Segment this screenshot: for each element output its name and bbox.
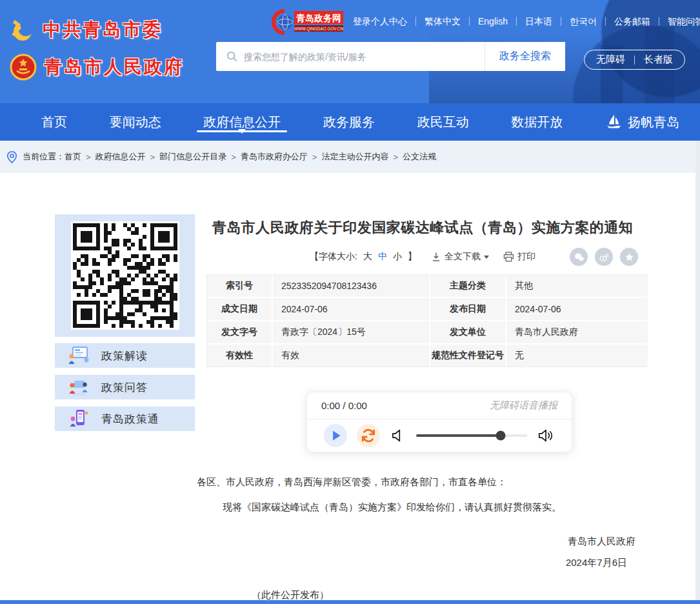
qr-code-panel: [55, 214, 195, 337]
search-button[interactable]: 政务全搜索: [485, 42, 565, 71]
meta-value-document-number: 青政字〔2024〕15号: [273, 321, 429, 343]
footer-strip: [0, 600, 700, 604]
document-title: 青岛市人民政府关于印发国家碳达峰试点（青岛）实施方案的通知: [197, 216, 648, 239]
print-button[interactable]: 打印: [503, 251, 535, 263]
breadcrumb-official-documents[interactable]: 公文法规: [403, 151, 436, 163]
replay-icon: [357, 424, 380, 447]
play-icon: [324, 424, 347, 447]
breadcrumb-statutory-disclosure[interactable]: 法定主动公开内容: [321, 151, 388, 163]
document-meta-table: 索引号 2523352094708123436 主题分类 其他 成文日期 202…: [206, 274, 647, 367]
mute-button[interactable]: [390, 427, 406, 444]
weibo-share-button[interactable]: [595, 248, 613, 266]
wechat-share-button[interactable]: [570, 248, 588, 266]
sidebar: 政策解读 政策问答: [55, 214, 195, 431]
link-smart-qa[interactable]: 智能问答: [659, 17, 700, 26]
audio-player: 0:00 / 0:00 无障碍语音播报: [306, 392, 572, 452]
org-title: 中共青岛市委: [43, 17, 163, 42]
player-accessibility-label: 无障碍语音播报: [490, 399, 557, 412]
article-toolbar: 【字体大小: 大 中 小 】 全文下载: [197, 247, 648, 267]
chevron-down-icon: [484, 256, 489, 261]
nav-home[interactable]: 首页: [37, 103, 71, 141]
link-korean[interactable]: 한국어: [561, 17, 606, 26]
meta-value-topic-category: 其他: [506, 275, 648, 297]
breadcrumb-gov-info[interactable]: 政府信息公开: [95, 151, 146, 163]
volume-button[interactable]: [537, 427, 555, 444]
breadcrumb-dept-catalog[interactable]: 部门信息公开目录: [159, 151, 226, 163]
speaker-muted-icon: [390, 427, 406, 444]
signature-date: 2024年7月6日: [197, 557, 648, 569]
sailboat-icon: [605, 114, 623, 130]
font-size-small[interactable]: 小: [393, 251, 402, 263]
breadcrumb-home[interactable]: 首页: [65, 151, 81, 163]
article: 青岛市人民政府关于印发国家碳达峰试点（青岛）实施方案的通知 【字体大小: 大 中…: [197, 216, 648, 601]
volume-slider[interactable]: [416, 430, 527, 441]
meta-label: 发文单位: [430, 321, 505, 343]
player-time: 0:00 / 0:00: [321, 400, 367, 411]
qingdao-policy-app-button[interactable]: 青岛政策通: [55, 407, 195, 431]
org-title: 青岛市人民政府: [44, 55, 184, 79]
speaker-volume-icon: [537, 427, 555, 444]
nav-government-info-disclosure[interactable]: 政府信息公开: [199, 103, 285, 141]
favorite-share-button[interactable]: [620, 248, 638, 266]
portal-logo-graphic: 青岛政务网 WWW.QINGDAO.GOV.CN: [271, 8, 343, 35]
policy-interpretation-button[interactable]: 政策解读: [55, 343, 195, 368]
play-button[interactable]: [324, 424, 347, 447]
search-input[interactable]: [244, 44, 485, 70]
nav-government-services[interactable]: 政务服务: [319, 103, 379, 141]
elder-version-button[interactable]: 长者版: [644, 54, 673, 66]
link-traditional-chinese[interactable]: 繁体中文: [416, 17, 470, 26]
replay-button[interactable]: [357, 424, 380, 447]
sidebar-button-label: 政策解读: [101, 348, 148, 363]
breadcrumb-gov-office[interactable]: 青岛市政府办公厅: [241, 151, 308, 163]
font-size-large[interactable]: 大: [363, 251, 372, 263]
header-utility-links: 登录个人中心 繁体中文 English 日本语 한국어 公务邮箱 智能问答: [345, 17, 700, 26]
meta-label: 规范性文件登记号: [430, 345, 505, 367]
wechat-icon: [574, 252, 585, 263]
nav-public-interaction[interactable]: 政民互动: [414, 103, 473, 141]
link-official-mail[interactable]: 公务邮箱: [606, 17, 659, 26]
accessibility-button[interactable]: 无障碍: [596, 54, 625, 66]
municipal-government-logo[interactable]: 青岛市人民政府: [9, 50, 184, 84]
svg-text:青岛政务网: 青岛政务网: [295, 13, 341, 23]
nav-news[interactable]: 要闻动态: [106, 103, 165, 141]
nav-sail-qingdao[interactable]: 扬帆青岛: [601, 103, 683, 141]
qr-code: [73, 223, 177, 328]
party-committee-logo[interactable]: 中共青岛市委: [9, 13, 184, 46]
link-english[interactable]: English: [470, 17, 517, 26]
sidebar-button-label: 青岛政策通: [101, 412, 159, 427]
svg-text:WWW.QINGDAO.GOV.CN: WWW.QINGDAO.GOV.CN: [294, 26, 343, 32]
volume-handle[interactable]: [495, 431, 505, 441]
search-bar: 政务全搜索: [216, 42, 565, 71]
volume-track: [416, 434, 527, 437]
portal-logo[interactable]: 青岛政务网 WWW.QINGDAO.GOV.CN: [271, 8, 343, 38]
nav-open-data[interactable]: 数据开放: [507, 103, 566, 141]
download-icon: [431, 252, 441, 262]
page: 中共青岛市委 青岛市人民政府 青岛政务网: [0, 0, 700, 604]
breadcrumb: 当前位置： 首页 > 政府信息公开 > 部门信息公开目录 > 青岛市政府办公厅 …: [0, 141, 695, 173]
printer-icon: [503, 252, 514, 262]
meta-value-index-number: 2523352094708123436: [273, 275, 429, 297]
national-emblem-icon: [9, 53, 37, 81]
meta-value-registration-number: 无: [506, 345, 648, 367]
link-japanese[interactable]: 日本语: [517, 17, 561, 26]
search-icon: [226, 51, 237, 62]
main-navigation: 首页 要闻动态 政府信息公开 政务服务 政民互动 数据开放 扬帆青岛: [0, 103, 700, 141]
meta-label: 索引号: [207, 275, 272, 297]
meta-label: 有效性: [207, 345, 272, 367]
font-size-prefix: 【字体大小:: [310, 251, 357, 263]
meta-value-publish-date: 2024-07-06: [506, 298, 648, 320]
main-paragraph: 现将《国家碳达峰试点（青岛）实施方案》印发给你们，请认真抓好贯彻落实。: [197, 499, 648, 516]
site-header: 中共青岛市委 青岛市人民政府 青岛政务网: [0, 0, 700, 103]
font-size-control: 【字体大小: 大 中 小 】: [310, 251, 417, 263]
pill-divider: [634, 55, 635, 65]
link-login-center[interactable]: 登录个人中心: [345, 17, 416, 26]
meta-label: 主题分类: [430, 275, 505, 297]
download-button[interactable]: 全文下载: [431, 251, 489, 263]
share-buttons: [570, 248, 638, 266]
salutation-paragraph: 各区、市人民政府，青岛西海岸新区管委，市政府各部门，市直各单位：: [197, 474, 648, 490]
qingdao-policy-app-icon: [66, 408, 91, 429]
accessibility-pill: 无障碍 长者版: [584, 50, 685, 70]
font-size-medium[interactable]: 中: [378, 251, 387, 263]
policy-qa-button[interactable]: 政策问答: [55, 375, 195, 399]
meta-label: 发布日期: [430, 298, 505, 320]
